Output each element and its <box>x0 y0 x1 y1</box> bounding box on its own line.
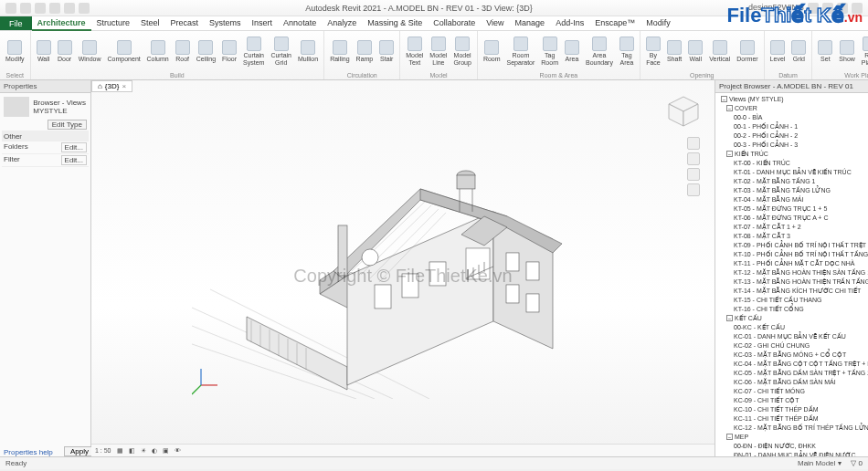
tree-node[interactable]: KC-02 - GHI CHÚ CHUNG <box>717 341 866 351</box>
tool-ceiling[interactable]: Ceiling <box>195 39 217 64</box>
tree-node[interactable]: −COVER <box>717 104 866 113</box>
tree-node[interactable]: 00-KC - KẾT CẤU <box>717 323 866 332</box>
expand-icon[interactable]: − <box>726 315 733 321</box>
redo-icon[interactable] <box>64 3 75 14</box>
tree-node[interactable]: KC-07 - CHI TIẾT MÓNG <box>717 387 866 396</box>
tree-node[interactable]: KC-10 - CHI TIẾT THÉP DẦM <box>717 405 866 414</box>
tool-mullion[interactable]: Mullion <box>296 39 320 64</box>
tool-tag-area[interactable]: Tag Area <box>618 36 636 68</box>
zoom-icon[interactable] <box>687 168 700 181</box>
scale-selector[interactable]: 1 : 50 <box>95 447 111 454</box>
expand-icon[interactable]: − <box>721 96 727 102</box>
tab-structure[interactable]: Structure <box>91 16 136 31</box>
tool-area-boundary[interactable]: Area Boundary <box>584 36 615 68</box>
tool-wall[interactable]: Wall <box>35 39 53 64</box>
tree-node[interactable]: KT-02 - MẶT BẰNG TẦNG 1 <box>717 177 866 186</box>
tree-node[interactable]: KT-05 - MẶT ĐỨNG TRỤC 1 + 5 <box>717 204 866 214</box>
expand-icon[interactable]: − <box>726 151 733 157</box>
tab-massing-site[interactable]: Massing & Site <box>362 16 428 31</box>
tree-node[interactable]: −KẾT CẤU <box>717 314 866 323</box>
tool-room-separator[interactable]: Room Separator <box>505 36 537 68</box>
close-icon[interactable] <box>852 3 863 14</box>
file-tab[interactable]: File <box>0 16 32 30</box>
tree-node[interactable]: KT-14 - MẶT BẰNG KÍCH THƯỚC CHI TIẾT <box>717 287 866 296</box>
tool-door[interactable]: Door <box>56 39 74 64</box>
property-row[interactable]: FoldersEdit... <box>2 141 89 154</box>
tool-model-group[interactable]: Model Group <box>451 36 472 68</box>
tab-annotate[interactable]: Annotate <box>278 16 322 31</box>
tree-node[interactable]: 00-0 - BÌA <box>717 113 866 122</box>
print-icon[interactable] <box>79 3 90 14</box>
tool-tag-room[interactable]: Tag Room <box>539 36 560 68</box>
orbit-icon[interactable] <box>687 183 700 196</box>
tab-enscape-[interactable]: Enscape™ <box>589 16 640 31</box>
close-view-icon[interactable]: × <box>122 82 126 90</box>
tab-collaborate[interactable]: Collaborate <box>428 16 481 31</box>
tool-vertical[interactable]: Vertical <box>707 39 732 64</box>
tool-model-line[interactable]: Model Line <box>428 36 449 68</box>
tool-floor[interactable]: Floor <box>220 39 238 64</box>
tool-grid[interactable]: Grid <box>789 39 808 64</box>
filter-icon[interactable]: ▽ 0 <box>851 459 863 467</box>
project-tree[interactable]: −Views (MY STYLE)−COVER00-0 - BÌA00-1 - … <box>715 93 868 456</box>
tree-node[interactable]: 00-2 - PHỐI CẢNH - 2 <box>717 131 866 141</box>
tool-railing[interactable]: Railing <box>328 39 351 64</box>
maximize-icon[interactable] <box>837 3 848 14</box>
tab-insert[interactable]: Insert <box>247 16 279 31</box>
hide-isolate-icon[interactable]: 👁 <box>175 447 181 454</box>
save-icon[interactable] <box>35 3 46 14</box>
tree-node[interactable]: KC-06 - MẶT BẰNG DẦM SÀN MÁI <box>717 378 866 387</box>
viewport-3d[interactable]: ⌂{3D}× <box>91 80 715 456</box>
properties-help-link[interactable]: Properties help <box>4 448 53 456</box>
tree-node[interactable]: KT-01 - DANH MỤC BẢN VẼ KIẾN TRÚC <box>717 168 866 177</box>
tool-ref-plane[interactable]: Ref Plane <box>860 36 868 68</box>
tree-node[interactable]: 00-ĐN - ĐIỆN NƯỚC, ĐHKK <box>717 442 866 451</box>
sun-path-icon[interactable]: ☀ <box>141 447 146 455</box>
undo-icon[interactable] <box>49 3 60 14</box>
tool-wall[interactable]: Wall <box>686 39 704 64</box>
tool-shaft[interactable]: Shaft <box>665 39 683 64</box>
tree-node[interactable]: KT-10 - PHỐI CẢNH BỐ TRÍ NỘI THẤT TẦNG 2 <box>717 250 866 259</box>
tool-set[interactable]: Set <box>816 39 834 64</box>
visual-style-icon[interactable]: ◧ <box>129 447 135 455</box>
tab-analyze[interactable]: Analyze <box>322 16 362 31</box>
tree-node[interactable]: −MEP <box>717 433 866 442</box>
tool-roof[interactable]: Roof <box>174 39 192 64</box>
tree-node[interactable]: KC-05 - MẶT BẰNG DẦM SÀN TRỆT + TẦNG 2 <box>717 369 866 378</box>
shadows-icon[interactable]: ◐ <box>152 447 157 455</box>
tree-node[interactable]: KT-03 - MẶT BẰNG TẦNG LỬNG <box>717 186 866 195</box>
tool-area[interactable]: Area <box>563 39 581 64</box>
help-icon[interactable] <box>808 3 819 14</box>
tree-node[interactable]: −Views (MY STYLE) <box>717 95 866 104</box>
tree-node[interactable]: KC-01 - DANH MỤC BẢN VẼ KẾT CẤU <box>717 332 866 341</box>
tab-view[interactable]: View <box>481 16 509 31</box>
expand-icon[interactable]: − <box>726 105 733 111</box>
tree-node[interactable]: KT-04 - MẶT BẰNG MÁI <box>717 195 866 204</box>
steering-wheel-icon[interactable] <box>687 137 700 150</box>
tab-steel[interactable]: Steel <box>135 16 165 31</box>
tool-window[interactable]: Window <box>77 39 103 64</box>
tool-room[interactable]: Room <box>482 39 503 64</box>
tree-node[interactable]: KT-08 - MẶT CẮT 3 <box>717 232 866 241</box>
tree-node[interactable]: 00-1 - PHỐI CẢNH - 1 <box>717 122 866 131</box>
tree-node[interactable]: KT-09 - PHỐI CẢNH BỐ TRÍ NỘI THẤT TRỆT <box>717 241 866 250</box>
tree-node[interactable]: KT-12 - MẶT BẰNG HOÀN THIỆN SÀN TẦNG 1 +… <box>717 268 866 277</box>
revit-icon[interactable] <box>5 3 16 14</box>
tab-precast[interactable]: Precast <box>165 16 205 31</box>
tab-add-ins[interactable]: Add-Ins <box>550 16 589 31</box>
tree-node[interactable]: KT-07 - MẶT CẮT 1 + 2 <box>717 223 866 232</box>
expand-icon[interactable]: − <box>726 434 733 440</box>
apply-button[interactable]: Apply <box>64 446 95 456</box>
tool-level[interactable]: Level <box>768 39 788 64</box>
tree-node[interactable]: KT-15 - CHI TIẾT CẦU THANG <box>717 296 866 305</box>
tree-node[interactable]: KT-16 - CHI TIẾT CỔNG <box>717 305 866 314</box>
tool-component[interactable]: Component <box>106 39 143 64</box>
tree-node[interactable]: KC-03 - MẶT BẰNG MÓNG + CỔ CỘT <box>717 351 866 360</box>
tree-node[interactable]: KC-09 - CHI TIẾT CỘT <box>717 396 866 405</box>
tree-node[interactable]: KC-12 - MẶT BẰNG BỐ TRÍ THÉP TẦNG LỬNG +… <box>717 424 866 433</box>
tool-dormer[interactable]: Dormer <box>735 39 759 64</box>
tree-node[interactable]: KT-00 - KIẾN TRÚC <box>717 159 866 168</box>
tool-model-text[interactable]: Model Text <box>404 36 425 68</box>
tool-curtain-system[interactable]: Curtain System <box>241 36 266 68</box>
crop-icon[interactable]: ▣ <box>163 447 169 455</box>
